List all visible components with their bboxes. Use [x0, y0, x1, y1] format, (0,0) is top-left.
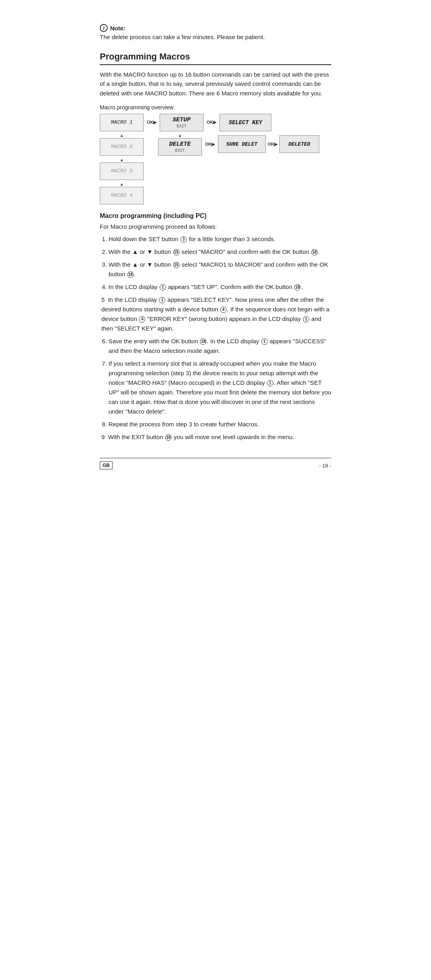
- list-item: If you select a memory slot that is alre…: [109, 359, 331, 416]
- note-title: i Note:: [100, 24, 331, 32]
- arrow3: OK▶: [203, 142, 217, 147]
- circle-15b: 15: [173, 262, 180, 268]
- lcd-macro4: MACRO 4: [100, 187, 144, 204]
- circle-18a: 18: [311, 249, 318, 255]
- lcd-macro5: MACRO 5: [100, 162, 144, 180]
- lcd-macro1: MACRO 1: [100, 114, 144, 131]
- subsection-intro: For Macro programming proceed as follows…: [100, 222, 331, 231]
- instructions-list: Hold down the SET button 3 for a little …: [100, 234, 331, 442]
- note-section: i Note: The delete process can take a fe…: [100, 24, 331, 40]
- lcd-deleted: DELETED: [279, 135, 319, 153]
- circle-15a: 15: [173, 249, 180, 255]
- macro1-label: MACRO 1: [111, 119, 133, 125]
- macro-diagram: Macro programming overview: MACRO 1 OK▶ …: [100, 104, 331, 204]
- arrow4: OK▶: [267, 142, 279, 147]
- footer-gb-label: GB: [100, 461, 113, 469]
- circle-4a: 4: [220, 307, 227, 313]
- list-item: Save the entry with the OK button 18. In…: [109, 337, 331, 356]
- arrow1: OK▶: [144, 120, 159, 125]
- circle-1c: 1: [303, 316, 309, 323]
- section-heading: Programming Macros: [100, 51, 331, 65]
- diagram-label: Macro programming overview:: [100, 104, 331, 111]
- list-item: With the ▲ or ▼ button 15 select "MACRO"…: [109, 247, 331, 257]
- circle-18b: 18: [127, 271, 134, 278]
- circle-16: 16: [165, 434, 172, 441]
- arrow2: OK▶: [204, 120, 219, 125]
- lcd-macro6: MACRO 6: [100, 138, 144, 156]
- section-intro: With the MACRO function up to 16 button …: [100, 70, 331, 98]
- note-label: Note:: [110, 25, 125, 32]
- footer: GB - 18 -: [100, 458, 331, 469]
- list-item: In the LCD display 1 appears "SET UP". C…: [109, 282, 331, 292]
- lcd-setup: SETUP EXIT: [160, 114, 204, 131]
- subsection-heading: Macro programming (including PC): [100, 212, 331, 220]
- lcd-select-key: SELECT KEY: [219, 114, 271, 131]
- macro4-col: ▲ MACRO 4: [100, 182, 144, 204]
- diagram-container: MACRO 1 OK▶ SETUP EXIT OK▶ SELECT KEY: [100, 114, 331, 204]
- lcd-sure-delet: SURE DELET: [218, 135, 266, 153]
- note-text: The delete process can take a few minute…: [100, 34, 331, 40]
- circle-1d: 1: [261, 339, 268, 345]
- lcd-delete: DELETE EXIT: [158, 138, 202, 156]
- macro6-col: ▲ MACRO 6: [100, 133, 144, 156]
- circle-18c: 18: [294, 284, 301, 291]
- list-item: With the ▲ or ▼ button 15 select "MACRO1…: [109, 260, 331, 279]
- info-icon: i: [100, 24, 108, 32]
- circle-1e: 1: [267, 380, 273, 386]
- circle-1a: 1: [160, 284, 166, 291]
- circle-1b: 1: [159, 297, 165, 303]
- list-item: Hold down the SET button 3 for a little …: [109, 234, 331, 244]
- list-item: 5 In the LCD display 1 appears "SELECT K…: [101, 295, 331, 333]
- circle-3: 3: [180, 236, 187, 243]
- macro5-col: ▲ MACRO 5: [100, 157, 144, 180]
- circle-18d: 18: [200, 339, 206, 345]
- circle-4b: 4: [139, 316, 145, 323]
- list-item: Repeat the process from step 3 to create…: [109, 420, 331, 429]
- footer-page: - 18 -: [319, 463, 331, 469]
- list-item: 9 With the EXIT button 16 you will move …: [101, 432, 331, 442]
